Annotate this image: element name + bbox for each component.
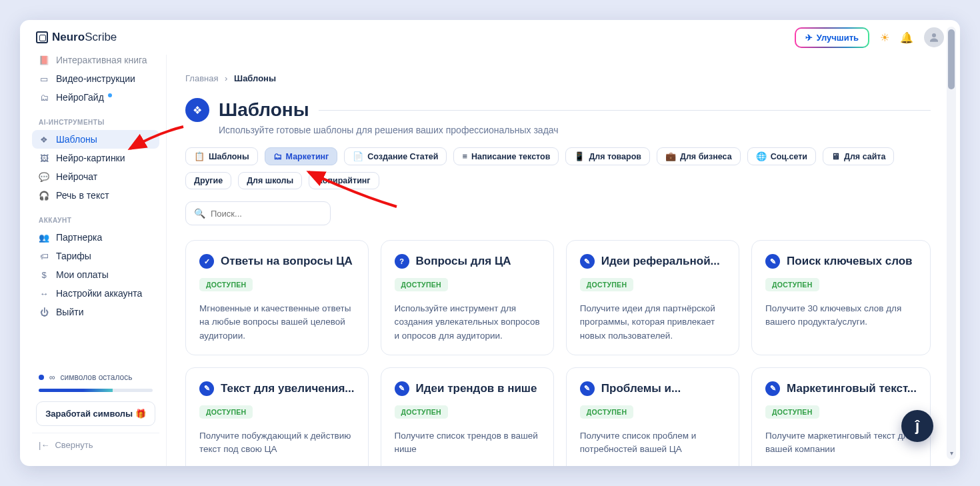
card-badge-icon: ✎ bbox=[395, 381, 409, 396]
main: Главная › Шаблоны ❖ Шаблоны Используйте … bbox=[167, 55, 960, 466]
earn-symbols-button[interactable]: Заработай символы 🎁 bbox=[36, 401, 155, 426]
sidebar-item-label: НейроГайд bbox=[56, 92, 104, 103]
card-badge-icon: ✎ bbox=[765, 254, 780, 269]
sidebar-item[interactable]: 🖼Нейро-картинки bbox=[32, 149, 159, 167]
template-card[interactable]: ✎Проблемы и...ДОСТУПЕНПолучите список пр… bbox=[566, 367, 739, 466]
card-status: ДОСТУПЕН bbox=[199, 405, 253, 419]
sidebar-item[interactable]: ↔Настройки аккаунта bbox=[32, 284, 159, 303]
template-card[interactable]: ?Вопросы для ЦАДОСТУПЕНИспользуйте инстр… bbox=[381, 240, 554, 355]
search-box[interactable]: 🔍 bbox=[185, 201, 331, 225]
sidebar-item-label: Мои оплаты bbox=[56, 269, 109, 280]
top-actions: ✈ Улучшить ☀ 🔔 bbox=[795, 27, 944, 48]
sidebar-item[interactable]: 👥Партнерка bbox=[32, 228, 159, 247]
sidebar-item[interactable]: 🏷Тарифы bbox=[32, 247, 159, 265]
card-description: Используйте инструмент для создания увле… bbox=[395, 302, 540, 343]
sidebar-item-icon: 👥 bbox=[39, 232, 49, 243]
card-status: ДОСТУПЕН bbox=[580, 405, 633, 419]
category-chip[interactable]: 📋Шаблоны bbox=[185, 147, 258, 165]
sidebar-item[interactable]: 🎧Речь в текст bbox=[32, 186, 159, 205]
card-description: Получите побуждающий к действию текст по… bbox=[199, 429, 355, 457]
sidebar-item[interactable]: 🗂НейроГайд bbox=[32, 88, 159, 107]
sidebar-item-icon: ▭ bbox=[39, 73, 49, 84]
logo-bold: Neuro bbox=[52, 31, 85, 43]
sidebar-item-icon: 🗂 bbox=[39, 92, 49, 103]
sidebar-item[interactable]: $Мои оплаты bbox=[32, 265, 159, 284]
category-chip[interactable]: 🖥Для сайта bbox=[823, 147, 894, 165]
sidebar-item-label: Партнерка bbox=[56, 232, 102, 243]
search-input[interactable] bbox=[211, 209, 323, 219]
symbols-left-label: символов осталось bbox=[61, 373, 133, 382]
sidebar-item-label: Нейрочат bbox=[56, 171, 97, 182]
template-card[interactable]: ✓Ответы на вопросы ЦАДОСТУПЕНМгновенные … bbox=[185, 240, 369, 355]
sidebar: 📕Интерактивная книга▭Видео-инструкции🗂Не… bbox=[20, 55, 167, 466]
sidebar-item-label: Шаблоны bbox=[56, 134, 97, 145]
category-chip[interactable]: 🌐Соц.сети bbox=[747, 147, 816, 165]
category-chip[interactable]: 📄Создание Статей bbox=[344, 147, 447, 165]
sidebar-scroll: 📕Интерактивная книга▭Видео-инструкции🗂Не… bbox=[32, 55, 159, 369]
category-chip[interactable]: 💼Для бизнеса bbox=[657, 147, 741, 165]
sidebar-item-icon: ⏻ bbox=[39, 307, 49, 317]
sidebar-item-label: Выйти bbox=[56, 307, 83, 317]
chip-icon: ≡ bbox=[462, 151, 467, 161]
category-chip[interactable]: ≡Написание текстов bbox=[453, 147, 559, 165]
chip-label: Создание Статей bbox=[367, 152, 438, 161]
avatar[interactable] bbox=[924, 27, 944, 47]
infinity-icon: ∞ bbox=[49, 373, 55, 382]
category-chip[interactable]: 📱Для товаров bbox=[565, 147, 650, 165]
sidebar-section-account: АККАУНТ bbox=[39, 217, 159, 224]
card-title: Проблемы и... bbox=[601, 382, 681, 395]
paper-plane-icon: ✈ bbox=[805, 33, 813, 43]
sidebar-item-icon: 🎧 bbox=[39, 190, 49, 201]
template-card[interactable]: ✎Идеи трендов в нишеДОСТУПЕНПолучите спи… bbox=[381, 367, 554, 466]
card-description: Получите список проблем и потребностей в… bbox=[580, 429, 725, 457]
card-badge-icon: ✎ bbox=[580, 254, 595, 269]
category-chip[interactable]: Другие bbox=[185, 172, 231, 189]
chip-icon: 📱 bbox=[574, 151, 585, 161]
improve-button[interactable]: ✈ Улучшить bbox=[795, 27, 869, 48]
card-status: ДОСТУПЕН bbox=[765, 278, 819, 291]
new-dot-icon bbox=[108, 93, 112, 97]
card-badge-icon: ✎ bbox=[765, 381, 780, 396]
card-badge-icon: ✎ bbox=[199, 381, 214, 396]
breadcrumb: Главная › Шаблоны bbox=[167, 55, 931, 94]
sidebar-item[interactable]: 💬Нейрочат bbox=[32, 167, 159, 186]
template-card[interactable]: ✎Текст для увеличения...ДОСТУПЕНПолучите… bbox=[185, 367, 369, 466]
scroll-down-icon[interactable]: ▾ bbox=[947, 449, 956, 457]
sidebar-item[interactable]: ❖Шаблоны bbox=[32, 130, 159, 149]
app-frame: NeuroScribe ✈ Улучшить ☀ 🔔 📕Интерактивна… bbox=[20, 20, 960, 466]
sidebar-item[interactable]: ⏻Выйти bbox=[32, 303, 159, 321]
template-card[interactable]: ✎Поиск ключевых словДОСТУПЕНПолучите 30 … bbox=[751, 240, 931, 355]
card-title: Идеи реферальной... bbox=[601, 255, 720, 268]
template-card[interactable]: ✎Идеи реферальной...ДОСТУПЕНПолучите иде… bbox=[566, 240, 739, 355]
chevron-right-icon: › bbox=[225, 73, 227, 83]
theme-toggle-icon[interactable]: ☀ bbox=[880, 31, 889, 44]
card-status: ДОСТУПЕН bbox=[199, 278, 253, 291]
category-chip[interactable]: 🗂Маркетинг bbox=[265, 147, 338, 165]
logo[interactable]: NeuroScribe bbox=[36, 31, 117, 44]
app-body: 📕Интерактивная книга▭Видео-инструкции🗂Не… bbox=[20, 55, 960, 466]
sidebar-item[interactable]: ▭Видео-инструкции bbox=[32, 69, 159, 88]
sidebar-item-label: Видео-инструкции bbox=[56, 73, 135, 84]
sidebar-item-label: Интерактивная книга bbox=[56, 55, 147, 65]
breadcrumb-home[interactable]: Главная bbox=[185, 73, 218, 83]
card-title: Идеи трендов в нише bbox=[416, 382, 537, 395]
collapse-label: Свернуть bbox=[55, 440, 93, 450]
help-fab[interactable]: ĵ bbox=[901, 410, 933, 442]
scrollbar-thumb[interactable] bbox=[948, 29, 955, 89]
collapse-sidebar-button[interactable]: |← Свернуть bbox=[32, 433, 159, 457]
card-title: Текст для увеличения... bbox=[221, 382, 355, 395]
chip-label: Соц.сети bbox=[771, 152, 807, 161]
card-status: ДОСТУПЕН bbox=[765, 405, 819, 419]
sidebar-item[interactable]: 📕Интерактивная книга bbox=[32, 55, 159, 69]
sidebar-item-label: Речь в текст bbox=[56, 190, 109, 201]
sidebar-item-label: Настройки аккаунта bbox=[56, 288, 142, 299]
category-chip[interactable]: Копирайтинг bbox=[309, 172, 379, 189]
notifications-icon[interactable]: 🔔 bbox=[900, 31, 913, 44]
chip-icon: 🗂 bbox=[273, 151, 282, 161]
category-chip[interactable]: Для школы bbox=[238, 172, 302, 189]
chip-icon: 🖥 bbox=[831, 151, 840, 161]
card-title: Ответы на вопросы ЦА bbox=[221, 255, 353, 268]
scrollbar[interactable]: ▾ bbox=[947, 27, 956, 459]
breadcrumb-current: Шаблоны bbox=[234, 73, 276, 83]
card-status: ДОСТУПЕН bbox=[580, 278, 633, 291]
